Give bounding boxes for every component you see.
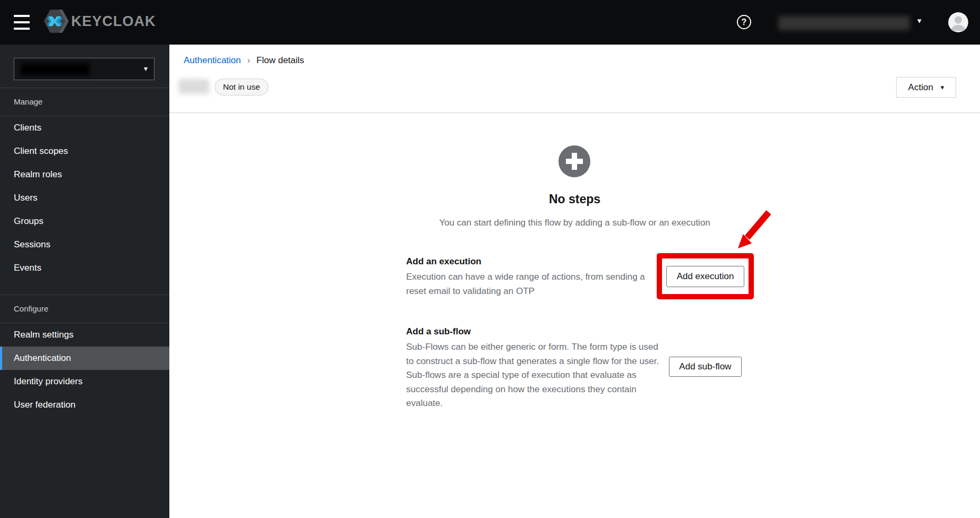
keycloak-logo-icon	[42, 7, 70, 35]
sidebar-item-identity-providers[interactable]: Identity providers	[0, 370, 169, 393]
add-sub-flow-button[interactable]: Add sub-flow	[669, 357, 742, 377]
sidebar-item-realm-roles[interactable]: Realm roles	[0, 163, 169, 186]
add-execution-button[interactable]: Add execution	[666, 266, 744, 287]
sidebar-section-configure: Configure Realm settings Authentication …	[0, 295, 169, 417]
breadcrumb-authentication-link[interactable]: Authentication	[184, 55, 241, 66]
add-sub-flow-description: Sub-Flows can be either generic or form.…	[406, 340, 665, 411]
chevron-down-icon: ▾	[941, 83, 944, 91]
keycloak-admin-console: KEYCLOAK ? ▾ ▾ Manage Clients	[0, 0, 980, 518]
sidebar-item-sessions[interactable]: Sessions	[0, 233, 169, 256]
nav-toggle-button[interactable]	[12, 13, 33, 32]
add-execution-title: Add an execution	[406, 256, 482, 267]
empty-state-title: No steps	[169, 192, 980, 206]
keycloak-logo-text: KEYCLOAK	[71, 13, 156, 30]
flow-name-redacted	[178, 79, 209, 94]
sidebar-item-client-scopes[interactable]: Client scopes	[0, 140, 169, 163]
realm-name-redacted	[21, 64, 90, 75]
plus-circle-icon	[558, 145, 590, 177]
keycloak-logo: KEYCLOAK	[42, 7, 156, 35]
add-execution-description: Execution can have a wide range of actio…	[406, 270, 665, 298]
action-dropdown-button[interactable]: Action ▾	[896, 77, 956, 98]
chevron-down-icon: ▾	[144, 64, 148, 73]
sidebar-section-title: Configure	[0, 295, 169, 323]
avatar[interactable]	[948, 12, 968, 32]
add-sub-flow-title: Add a sub-flow	[406, 326, 471, 337]
breadcrumb-current: Flow details	[256, 55, 304, 66]
sidebar: ▾ Manage Clients Client scopes Realm rol…	[0, 45, 169, 518]
sidebar-item-events[interactable]: Events	[0, 256, 169, 280]
annotation-highlight-box: Add execution	[657, 253, 754, 299]
sidebar-item-user-federation[interactable]: User federation	[0, 393, 169, 417]
help-icon[interactable]: ?	[737, 15, 751, 29]
chevron-down-icon[interactable]: ▾	[917, 16, 922, 25]
sidebar-item-authentication[interactable]: Authentication	[0, 347, 169, 370]
sidebar-item-realm-settings[interactable]: Realm settings	[0, 323, 169, 347]
divider	[169, 113, 980, 113]
masthead: KEYCLOAK ? ▾	[0, 0, 980, 45]
username-redacted	[778, 16, 910, 30]
sidebar-item-groups[interactable]: Groups	[0, 210, 169, 233]
hamburger-icon	[14, 15, 30, 17]
sidebar-section-manage: Manage Clients Client scopes Realm roles…	[0, 88, 169, 280]
empty-state-description: You can start defining this flow by addi…	[169, 218, 980, 228]
breadcrumb: Authentication › Flow details	[184, 55, 304, 66]
sidebar-item-clients[interactable]: Clients	[0, 116, 169, 140]
masthead-right: ? ▾	[725, 0, 980, 45]
not-in-use-badge: Not in use	[214, 79, 269, 96]
sidebar-item-users[interactable]: Users	[0, 186, 169, 210]
user-avatar-icon	[948, 12, 968, 32]
realm-selector[interactable]: ▾	[14, 58, 154, 80]
sidebar-section-title: Manage	[0, 88, 169, 116]
breadcrumb-separator-icon: ›	[247, 56, 250, 65]
action-dropdown-label: Action	[908, 82, 933, 93]
